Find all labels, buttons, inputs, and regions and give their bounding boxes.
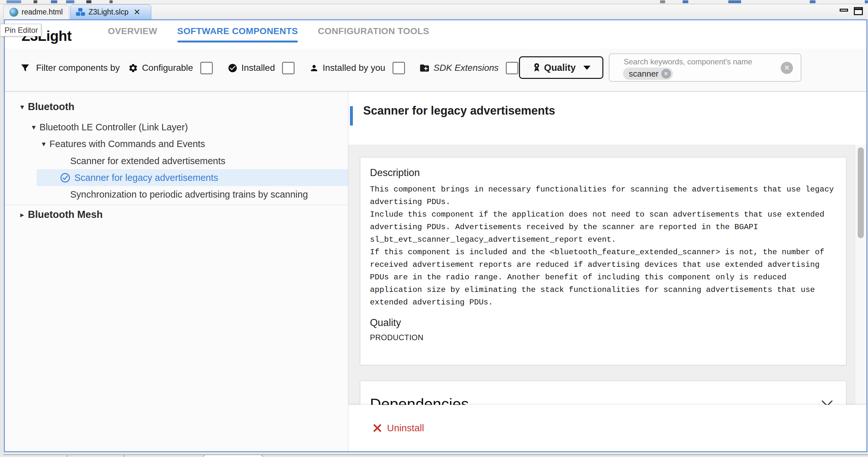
search-clear-icon[interactable]: ✕ (781, 62, 793, 74)
globe-icon (9, 8, 18, 17)
filter-installed-by-you: Installed by you (309, 62, 405, 74)
gear-icon (128, 63, 138, 73)
pin-editor-tooltip: Pin Editor (0, 24, 41, 36)
toolbar-icon-fragment (33, 0, 37, 3)
quality-dropdown-button[interactable]: Quality (519, 56, 603, 79)
component-detail-panel: Scanner for legacy advertisements Descri… (348, 92, 866, 451)
tree-item-label: Bluetooth LE Controller (Link Layer) (40, 122, 188, 133)
tree-item-label: Features with Commands and Events (50, 139, 206, 149)
tree-item-label: Bluetooth Mesh (28, 209, 103, 221)
editor-tab-readme[interactable]: readme.html (3, 4, 69, 19)
editor-tab-label: readme.html (22, 8, 63, 17)
filter-bar: Filter components by Configurable Instal… (5, 48, 866, 92)
minimize-view-icon[interactable] (840, 9, 848, 11)
tree-item-sync-periodic[interactable]: Synchronization to periodic advertising … (5, 186, 348, 203)
tree-separator (5, 205, 348, 205)
filter-icon (20, 63, 30, 73)
check-circle-icon (228, 63, 238, 73)
uninstall-x-icon (373, 424, 382, 432)
scrollbar-thumb[interactable] (858, 148, 864, 238)
detail-footer: Uninstall (348, 405, 866, 451)
tree-item-label: Scanner for legacy advertisements (74, 172, 218, 183)
toolbar-icon-fragment (51, 0, 57, 3)
bottom-tabs-border (3, 454, 868, 455)
project-header: Z3Light OVERVIEW SOFTWARE COMPONENTS CON… (5, 20, 866, 49)
chevron-expanded-icon[interactable]: ▾ (20, 103, 24, 111)
quality-button-label: Quality (544, 62, 576, 73)
filter-label-installed-by-you: Installed by you (322, 63, 385, 73)
chevron-down-icon (583, 66, 590, 70)
tree-item-le-controller[interactable]: ▾ Bluetooth LE Controller (Link Layer) (5, 119, 348, 135)
sdk-extensions-checkbox[interactable] (506, 62, 518, 74)
bottom-tab-separator (124, 455, 124, 457)
toolbar-strip (0, 0, 868, 4)
bottom-tab-separator (67, 455, 68, 457)
search-placeholder: Search keywords, component's name (624, 57, 752, 66)
search-input[interactable]: Search keywords, component's name scanne… (609, 54, 801, 82)
vertical-scrollbar[interactable] (855, 145, 866, 405)
toolbar-icon-fragment (728, 0, 741, 3)
medal-icon (532, 62, 541, 73)
description-card: Description This component brings in nec… (360, 157, 846, 365)
tree-item-bluetooth[interactable]: ▾ Bluetooth (5, 98, 348, 115)
tree-item-label: Bluetooth (28, 101, 75, 112)
editor-tab-label: Z3Light.slcp (89, 8, 128, 17)
filter-label-installed: Installed (242, 63, 275, 73)
maximize-view-icon[interactable] (854, 7, 863, 15)
detail-title: Scanner for legacy advertisements (363, 104, 555, 118)
filter-sdk-extensions: SDK Extensions (419, 62, 518, 74)
toolbar-icon-fragment (660, 0, 665, 3)
toolbar-icon-fragment (6, 0, 21, 3)
uninstall-button[interactable]: Uninstall (387, 423, 424, 433)
tab-overview[interactable]: OVERVIEW (108, 20, 157, 36)
component-tree: ▾ Bluetooth ▾ Bluetooth LE Controller (L… (5, 92, 348, 451)
filter-installed: Installed (228, 62, 294, 74)
description-text: This component brings in necessary funct… (370, 183, 836, 308)
close-icon[interactable]: ✕ (134, 8, 141, 16)
blocks-icon (76, 8, 85, 17)
tree-item-label: Synchronization to periodic advertising … (70, 189, 308, 200)
toolbar-icon-fragment (865, 0, 868, 3)
installed-by-you-checkbox[interactable] (393, 62, 405, 74)
filter-bar-label: Filter components by (36, 63, 120, 73)
tab-software-components[interactable]: SOFTWARE COMPONENTS (177, 20, 298, 36)
installed-checkbox[interactable] (282, 62, 294, 74)
nav-tabs: OVERVIEW SOFTWARE COMPONENTS CONFIGURATI… (108, 20, 429, 48)
quality-heading: Quality (370, 317, 836, 329)
person-icon (309, 63, 319, 73)
toolbar-icon-fragment (66, 0, 74, 3)
chevron-expanded-icon[interactable]: ▾ (42, 140, 46, 149)
bottom-selected-tab[interactable] (203, 454, 264, 457)
tree-item-scanner-legacy[interactable]: Scanner for legacy advertisements (37, 169, 348, 186)
search-chip-label: scanner (629, 69, 659, 79)
toolbar-icon-fragment (86, 0, 91, 3)
tree-item-label: Scanner for extended advertisements (70, 156, 225, 166)
description-heading: Description (370, 167, 836, 178)
search-chip[interactable]: scanner ✕ (623, 68, 673, 80)
bottom-tab-strip (0, 452, 868, 457)
detail-header: Scanner for legacy advertisements (348, 92, 866, 145)
filter-label-configurable: Configurable (142, 63, 193, 73)
tree-item-scanner-extended[interactable]: Scanner for extended advertisements (5, 153, 348, 169)
chip-remove-icon[interactable]: ✕ (661, 69, 671, 78)
editor-tab-z3light[interactable]: Z3Light.slcp ✕ (70, 4, 151, 19)
tree-item-features[interactable]: ▾ Features with Commands and Events (5, 135, 348, 152)
editor-tab-bar: readme.html Z3Light.slcp ✕ (0, 4, 868, 19)
editor-area: Z3Light OVERVIEW SOFTWARE COMPONENTS CON… (4, 19, 867, 452)
toolbar-icon-fragment (810, 0, 815, 3)
chevron-collapsed-icon[interactable]: ▸ (20, 210, 24, 219)
toolbar-icon-fragment (110, 0, 113, 3)
filter-configurable: Configurable (128, 62, 213, 74)
quality-value: PRODUCTION (370, 333, 836, 342)
toolbar-icon-fragment (683, 0, 688, 3)
tree-item-bluetooth-mesh[interactable]: ▸ Bluetooth Mesh (5, 206, 348, 223)
tooltip-text: Pin Editor (4, 26, 38, 35)
accent-bar (350, 106, 353, 126)
chevron-expanded-icon[interactable]: ▾ (32, 123, 36, 132)
filter-label-sdk-extensions: SDK Extensions (434, 63, 499, 73)
configurable-checkbox[interactable] (200, 62, 213, 74)
folder-plus-icon (419, 63, 430, 73)
installed-check-icon (60, 172, 70, 183)
tab-configuration-tools[interactable]: CONFIGURATION TOOLS (318, 20, 429, 36)
